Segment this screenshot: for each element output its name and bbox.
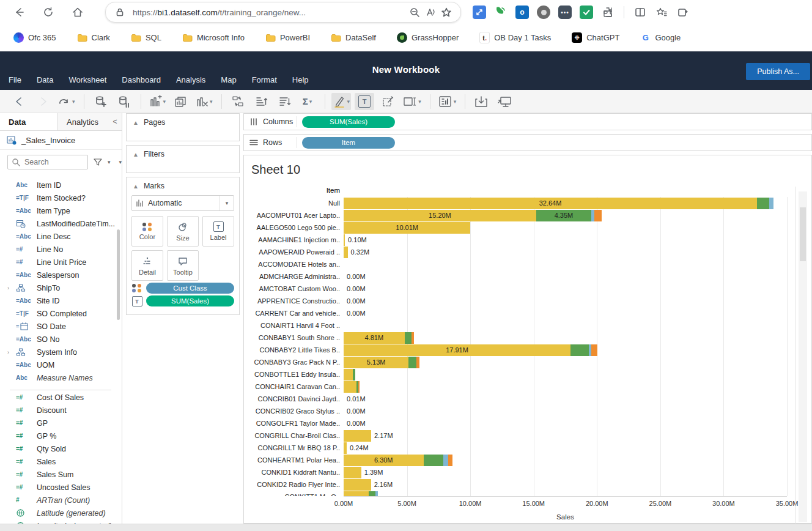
field-sales-sum[interactable]: =# Sales Sum bbox=[0, 468, 120, 481]
bar-segment-orange[interactable] bbox=[416, 357, 419, 368]
menu-data[interactable]: Data bbox=[37, 75, 53, 84]
field-longitude-generated[interactable]: Longitude (generated) bbox=[0, 519, 120, 524]
bar-segment-yellow[interactable]: 32.64M bbox=[344, 198, 757, 209]
field-line-desc[interactable]: =Abc Line Desc bbox=[0, 230, 120, 243]
field-line-no[interactable]: =# Line No bbox=[0, 243, 120, 256]
search-input[interactable] bbox=[23, 157, 75, 167]
bar-segment-green[interactable] bbox=[424, 455, 443, 466]
menu-map[interactable]: Map bbox=[221, 75, 236, 84]
data-pane-scrollbar[interactable] bbox=[117, 229, 120, 320]
field-discount[interactable]: =# Discount bbox=[0, 404, 120, 417]
bookmark-ob-day-1-tasks[interactable]: t.OB Day 1 Tasks bbox=[479, 32, 551, 43]
menu-format[interactable]: Format bbox=[252, 75, 277, 84]
chart-row-conbaby1-south-shore[interactable]: CONBABY1 South Shore ..4.81M bbox=[244, 332, 795, 344]
chart-row-congolfr1-taylor-made[interactable]: CONGOLFR1 Taylor Made..0.00M bbox=[244, 417, 795, 429]
chevron-up-icon[interactable]: ▲ bbox=[133, 151, 139, 158]
bar-segment-yellow[interactable]: 5.13M bbox=[344, 357, 408, 368]
sharepoint-extension-icon[interactable] bbox=[536, 5, 551, 20]
field-shipto[interactable]: › ShipTo bbox=[0, 281, 120, 294]
marks-size-button[interactable]: Size bbox=[167, 216, 199, 247]
chart-scrollbar[interactable] bbox=[799, 191, 807, 522]
chart-row-conkid2-radio-flyer-inte[interactable]: CONKID2 Radio Flyer Inte..2.16M bbox=[244, 478, 795, 491]
bar-segment-green[interactable] bbox=[570, 344, 589, 356]
pill-sum-sales-marks[interactable]: SUM(Sales) bbox=[146, 295, 234, 306]
bar-segment-green[interactable] bbox=[405, 332, 412, 344]
bookmark-ofc-365[interactable]: Ofc 365 bbox=[13, 32, 56, 43]
field-sales[interactable]: =# Sales bbox=[0, 455, 120, 468]
bar-segment-orange[interactable] bbox=[448, 455, 452, 466]
menu-dashboard[interactable]: Dashboard bbox=[122, 75, 161, 84]
home-button[interactable] bbox=[67, 3, 88, 21]
pill-cust-class[interactable]: Cust Class bbox=[146, 283, 234, 294]
menu-help[interactable]: Help bbox=[292, 75, 309, 84]
bar-segment-yellow[interactable] bbox=[344, 479, 371, 491]
menu-worksheet[interactable]: Worksheet bbox=[68, 75, 106, 84]
field-uom[interactable]: =Abc UOM bbox=[0, 358, 120, 371]
field-item-id[interactable]: Abc Item ID bbox=[0, 179, 120, 191]
bar-segment-green[interactable]: 4.35M bbox=[536, 210, 591, 221]
zoom-out-icon[interactable] bbox=[407, 4, 423, 20]
bar-segment-yellow[interactable] bbox=[344, 430, 371, 442]
filter-fields-icon[interactable] bbox=[92, 154, 104, 170]
duplicate-sheet-button[interactable] bbox=[171, 93, 190, 110]
chart-scrollbar-thumb[interactable] bbox=[800, 207, 806, 261]
bookmark-clark[interactable]: Clark bbox=[77, 32, 110, 43]
replay-button[interactable]: ▾ bbox=[56, 93, 76, 110]
show-mark-labels-button[interactable]: T bbox=[355, 93, 374, 110]
marks-detail-button[interactable]: Detail bbox=[131, 250, 163, 281]
bar-segment-yellow[interactable]: 17.91M bbox=[344, 344, 570, 356]
sort-ascending-button[interactable] bbox=[251, 93, 271, 110]
presentation-mode-button[interactable] bbox=[495, 93, 514, 110]
menu-file[interactable]: File bbox=[9, 75, 21, 84]
more-apps-extension-icon[interactable]: ••• bbox=[558, 5, 572, 20]
totals-button[interactable]: Σ▾ bbox=[298, 93, 317, 110]
pill-item-rows[interactable]: Item bbox=[302, 137, 395, 149]
show-me-button[interactable]: ▾ bbox=[437, 93, 458, 110]
field-so-no[interactable]: =Abc SO No bbox=[0, 333, 120, 346]
bookmark-dataself[interactable]: DataSelf bbox=[331, 32, 376, 43]
chart-row-aapoweraid-poweraid[interactable]: AAPOWERAID Poweraid ..0.32M bbox=[244, 246, 795, 258]
back-button[interactable] bbox=[9, 3, 29, 21]
bookmark-microsoft-info[interactable]: Microsoft Info bbox=[182, 32, 245, 43]
bar-segment-yellow[interactable]: 6.30M bbox=[344, 455, 424, 466]
todo-check-extension-icon[interactable] bbox=[579, 5, 594, 20]
address-bar[interactable]: https://bi1.dataself.com/t/training_oran… bbox=[105, 2, 461, 23]
tab-data[interactable]: Data bbox=[0, 113, 58, 130]
bar-segment-orange[interactable] bbox=[591, 344, 597, 356]
datasource-item[interactable]: _Sales_Invoice bbox=[0, 131, 122, 150]
bar-segment-green[interactable] bbox=[757, 198, 769, 209]
field-qty-sold[interactable]: =# Qty Sold bbox=[0, 442, 120, 455]
field-site-id[interactable]: =Abc Site ID bbox=[0, 294, 120, 307]
bar-segment-yellow[interactable]: 10.01M bbox=[344, 222, 470, 234]
refresh-button[interactable] bbox=[38, 3, 59, 21]
mark-type-dropdown[interactable]: Automatic ▾ bbox=[131, 195, 234, 211]
bar-segment-yellow[interactable] bbox=[344, 234, 345, 246]
bookmark-google[interactable]: GGoogle bbox=[640, 32, 681, 43]
search-input-box[interactable] bbox=[7, 155, 88, 169]
chart-row-conbaby2-little-tikes-b[interactable]: CONBABY2 Little Tikes B..17.91M bbox=[244, 344, 795, 356]
split-screen-icon[interactable] bbox=[633, 5, 648, 20]
bookmark-powerbi[interactable]: PowerBI bbox=[265, 32, 310, 43]
lock-icon[interactable] bbox=[112, 4, 128, 20]
download-button[interactable] bbox=[471, 93, 491, 110]
field-salesperson[interactable]: =Abc Salesperson bbox=[0, 269, 120, 281]
field-uncosted-sales[interactable]: =# Uncosted Sales bbox=[0, 481, 120, 494]
bar-segment-green[interactable] bbox=[353, 369, 355, 381]
chart-row-congrill-char-broil-clas[interactable]: CONGRILL Char-Broil Clas..2.17M bbox=[244, 429, 795, 442]
view-options-caret-icon[interactable]: ▾ bbox=[119, 159, 122, 165]
chevron-up-icon[interactable]: ▲ bbox=[133, 119, 139, 126]
chart-row-conkitt1-m-o[interactable]: CONKITT1 M.. O.. bbox=[244, 491, 795, 496]
chart-row-admcharge-administra[interactable]: ADMCHARGE Administra..0.00M bbox=[244, 270, 795, 283]
field-system-info[interactable]: › System Info bbox=[0, 346, 120, 358]
chevron-down-icon[interactable]: ▾ bbox=[220, 196, 234, 210]
bookmark-chatgpt[interactable]: ❉ChatGPT bbox=[572, 32, 619, 43]
bar-segment-green[interactable] bbox=[408, 357, 416, 368]
chart-row-amctobat-custom-woo[interactable]: AMCTOBAT Custom Woo..0.00M bbox=[244, 283, 795, 295]
new-datasource-button[interactable] bbox=[90, 93, 110, 110]
field-measure-names[interactable]: Abc Measure Names bbox=[0, 371, 120, 384]
field-so-completed[interactable]: =T|F SO Completed bbox=[0, 307, 120, 320]
chart-row-conbottle1-eddy-insula[interactable]: CONBOTTLE1 Eddy Insula.. bbox=[244, 368, 795, 381]
outlook-extension-icon[interactable]: o bbox=[515, 5, 530, 20]
fix-axes-button[interactable] bbox=[378, 93, 397, 110]
share-screen-extension-icon[interactable] bbox=[472, 5, 487, 20]
